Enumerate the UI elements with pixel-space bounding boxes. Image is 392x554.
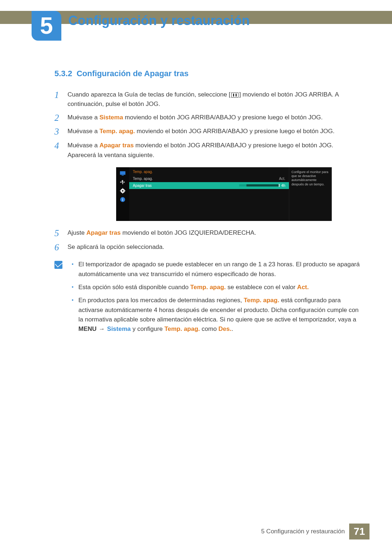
arrows-icon [119,179,127,185]
slider-track [239,184,279,186]
footer-page-number: 71 [349,524,369,539]
arrow-icon: → [99,325,105,332]
svg-rect-7 [124,190,126,191]
highlight-apagar-tras: Apagar tras [86,229,121,236]
highlight-des: Des. [219,325,232,332]
osd-row-label: Apagar tras [133,184,152,188]
osd-row-value: 4h [281,184,285,188]
footer-text: 5 Configuración y restauración [261,528,345,535]
osd-screenshot: Temp. apag. Temp. apag. Act. Apagar tras… [116,167,361,221]
step-list: 1 Cuando aparezca la Guía de teclas de f… [54,90,361,160]
highlight-temp-apag: Temp. apag. [190,284,226,291]
section-title: Configuración de Apagar tras [77,69,188,78]
svg-point-3 [122,190,123,192]
highlight-temp-apag: Temp. apag. [164,325,200,332]
picture-icon [119,170,127,177]
section-number: 5.3.2 [54,69,72,78]
menu-icon [231,93,238,98]
step-text: Ajuste Apagar tras moviendo el botón JOG… [68,228,361,239]
section-heading: 5.3.2Configuración de Apagar tras [54,69,361,78]
page-content: 5.3.2Configuración de Apagar tras 1 Cuan… [54,69,361,338]
svg-rect-10 [122,198,123,198]
osd-row-apagar-tras: Apagar tras 4h [129,182,289,189]
note-block: El temporizador de apagado se puede esta… [54,260,361,337]
step-text: Muévase a Temp. apag. moviendo el botón … [68,127,361,137]
step-text: Muévase a Apagar tras moviendo el botón … [68,141,361,160]
highlight-menu: MENU [78,325,97,332]
highlight-sistema: Sistema [107,325,131,332]
svg-rect-9 [122,199,123,201]
note-item: Esta opción sólo está disponible cuando … [72,283,361,292]
svg-rect-5 [122,193,123,194]
highlight-temp-apag: Temp. apag. [99,128,135,135]
osd-row-temp-apag: Temp. apag. Act. [129,175,289,182]
note-item: El temporizador de apagado se puede esta… [72,260,361,279]
step-list-cont: 5 Ajuste Apagar tras moviendo el botón J… [54,228,361,253]
chapter-number-box: 5 [32,11,61,41]
highlight-sistema: Sistema [99,114,123,121]
slider-fill [239,184,246,186]
gear-icon [119,188,127,194]
svg-rect-1 [122,175,124,176]
highlight-temp-apag: Temp. apag. [244,297,279,304]
chapter-title: Configuración y restauración [68,13,250,28]
step-text: Se aplicará la opción seleccionada. [68,242,361,253]
svg-rect-6 [120,190,121,191]
osd-main: Temp. apag. Temp. apag. Act. Apagar tras… [129,167,289,221]
step-number: 4 [54,141,68,160]
footer: 5 Configuración y restauración 71 [261,524,369,539]
slider-tick [279,184,279,187]
note-list: El temporizador de apagado se puede esta… [72,260,361,337]
step-number: 3 [54,127,68,137]
step-number: 1 [54,90,68,109]
osd-tooltip: Configure el monitor para que se desacti… [289,167,332,221]
step-number: 2 [54,113,68,123]
svg-rect-0 [120,171,126,175]
osd-row-value: Act. [279,177,285,181]
step-number: 6 [54,242,68,253]
info-icon [119,196,127,203]
osd-sidebar [116,167,129,221]
step-text: Muévase a Sistema moviendo el botón JOG … [68,113,361,123]
osd-title: Temp. apag. [129,167,289,175]
svg-rect-4 [122,188,123,189]
step-number: 5 [54,228,68,239]
note-icon [54,261,62,269]
highlight-act: Act. [297,284,309,291]
highlight-apagar-tras: Apagar tras [99,142,134,149]
step-text: Cuando aparezca la Guía de teclas de fun… [68,90,361,109]
note-item: En productos para los mercados de determ… [72,296,361,334]
osd-row-label: Temp. apag. [133,177,153,181]
